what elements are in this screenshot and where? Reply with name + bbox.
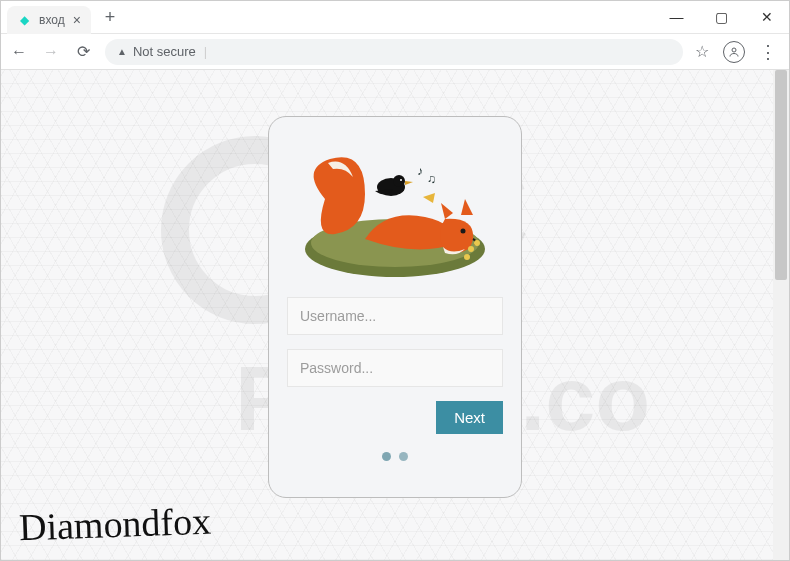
profile-avatar-icon[interactable] <box>723 41 745 63</box>
window-close-button[interactable]: ✕ <box>744 1 789 34</box>
login-card: ♪ ♫ Next <box>268 116 522 498</box>
svg-point-8 <box>461 229 466 234</box>
address-bar: ← → ⟳ ▲ Not secure | ☆ ⋮ <box>1 34 789 70</box>
omnibox[interactable]: ▲ Not secure | <box>105 39 683 65</box>
svg-point-0 <box>732 48 736 52</box>
window-controls: — ▢ ✕ <box>654 1 789 34</box>
toolbar-right: ☆ ⋮ <box>695 41 781 63</box>
svg-marker-11 <box>405 181 413 185</box>
diamond-favicon-icon: ◆ <box>17 13 31 27</box>
maximize-button[interactable]: ▢ <box>699 1 744 34</box>
page-viewport: PC PCrisk.com <box>1 70 789 560</box>
step-dot-2[interactable] <box>399 452 408 461</box>
security-status: ▲ Not secure <box>117 44 196 59</box>
browser-tab[interactable]: ◆ вход × <box>7 6 91 34</box>
forward-button[interactable]: → <box>41 43 61 61</box>
step-dot-1[interactable] <box>382 452 391 461</box>
kebab-menu-icon[interactable]: ⋮ <box>759 41 777 63</box>
svg-text:♪: ♪ <box>417 164 423 178</box>
new-tab-button[interactable]: + <box>99 7 122 28</box>
back-button[interactable]: ← <box>9 43 29 61</box>
scrollbar-thumb[interactable] <box>775 70 787 280</box>
password-input[interactable] <box>287 349 503 387</box>
svg-point-18 <box>464 254 470 260</box>
step-indicator <box>287 452 503 461</box>
browser-window: ◆ вход × + — ▢ ✕ ← → ⟳ ▲ Not secure | ☆ … <box>0 0 790 561</box>
svg-point-10 <box>393 175 405 187</box>
brand-signature: Diamondfox <box>18 499 211 550</box>
tab-close-icon[interactable]: × <box>73 12 81 28</box>
separator-icon: | <box>204 44 207 59</box>
security-label: Not secure <box>133 44 196 59</box>
svg-point-16 <box>468 246 474 252</box>
svg-point-17 <box>474 240 480 246</box>
next-row: Next <box>287 401 503 434</box>
svg-marker-15 <box>423 193 435 203</box>
bookmark-star-icon[interactable]: ☆ <box>695 42 709 61</box>
svg-point-12 <box>400 179 402 181</box>
tab-title: вход <box>39 13 65 27</box>
fox-illustration: ♪ ♫ <box>287 135 503 283</box>
minimize-button[interactable]: — <box>654 1 699 34</box>
titlebar: ◆ вход × + — ▢ ✕ <box>1 1 789 34</box>
reload-button[interactable]: ⟳ <box>73 42 93 61</box>
warning-icon: ▲ <box>117 46 127 57</box>
svg-text:♫: ♫ <box>427 172 436 186</box>
next-button[interactable]: Next <box>436 401 503 434</box>
vertical-scrollbar[interactable] <box>773 70 789 560</box>
svg-marker-7 <box>461 199 473 215</box>
svg-marker-6 <box>441 203 453 219</box>
username-input[interactable] <box>287 297 503 335</box>
